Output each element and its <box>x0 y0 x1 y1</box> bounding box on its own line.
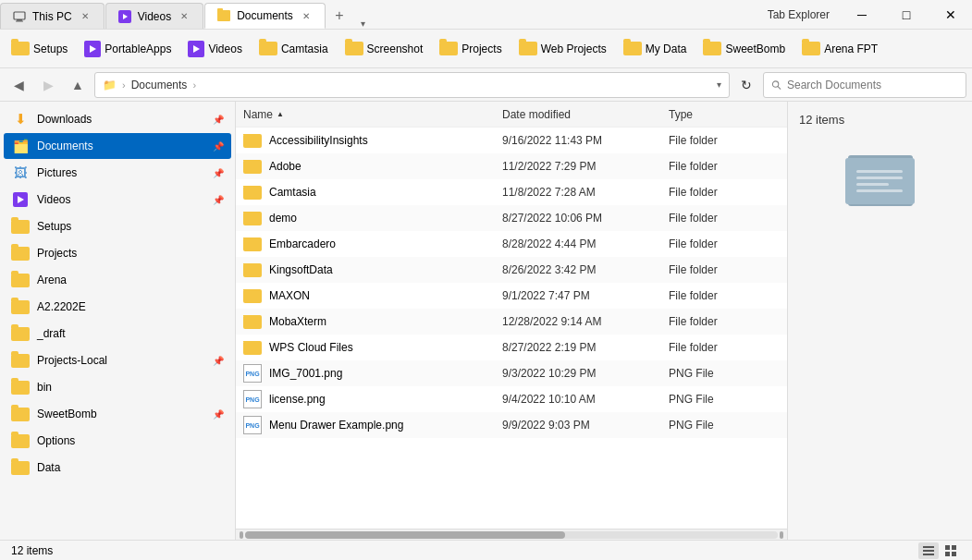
file-name: KingsoftData <box>243 263 502 277</box>
title-bar: This PC ✕ Videos ✕ Documents ✕ + ▾ Tab E… <box>0 0 972 30</box>
sidebar-draft-label: _draft <box>37 327 66 340</box>
toolbar-camtasia-label: Camtasia <box>281 43 328 55</box>
file-date: 11/2/2022 7:29 PM <box>502 160 669 173</box>
file-type: File folder <box>669 186 780 199</box>
file-name: demo <box>243 212 502 225</box>
toolbar-screenshot[interactable]: Screenshot <box>338 38 431 59</box>
sidebar-item-bin[interactable]: bin <box>4 374 231 400</box>
sidebar-item-options[interactable]: Options <box>4 428 231 454</box>
svg-rect-10 <box>923 550 934 552</box>
data-sidebar-icon <box>11 461 30 475</box>
tab-documents-label: Documents <box>237 9 293 22</box>
table-row[interactable]: Embarcadero 8/28/2022 4:44 PM File folde… <box>236 231 787 257</box>
toolbar-web-projects[interactable]: Web Projects <box>511 38 614 59</box>
scroll-left-btn[interactable] <box>240 531 243 539</box>
address-dropdown-icon[interactable]: ▾ <box>717 79 721 90</box>
col-header-date[interactable]: Date modified <box>502 108 669 121</box>
tab-dropdown-button[interactable]: ▾ <box>352 18 375 29</box>
file-name: PNG IMG_7001.png <box>243 364 502 383</box>
folder-location-icon: 📁 <box>103 79 117 91</box>
toolbar-arena-fpt[interactable]: Arena FPT <box>794 38 885 59</box>
sidebar-item-pictures[interactable]: 🖼 Pictures 📌 <box>4 160 231 186</box>
sidebar-item-videos[interactable]: Videos 📌 <box>4 187 231 213</box>
forward-button[interactable]: ▶ <box>35 72 61 98</box>
file-type: File folder <box>669 289 780 302</box>
sidebar-item-arena[interactable]: Arena <box>4 267 231 293</box>
setups-folder-icon <box>11 42 30 55</box>
table-row[interactable]: MobaXterm 12/28/2022 9:14 AM File folder <box>236 309 787 335</box>
table-row[interactable]: PNG license.png 9/4/2022 10:10 AM PNG Fi… <box>236 386 787 412</box>
toolbar-portableapps[interactable]: PortableApps <box>77 37 178 61</box>
sidebar-item-sweetbomb[interactable]: SweetBomb 📌 <box>4 401 231 427</box>
refresh-button[interactable]: ↻ <box>733 72 759 98</box>
horizontal-scrollbar[interactable] <box>245 531 778 539</box>
svg-rect-11 <box>923 554 934 555</box>
tab-this-pc-close[interactable]: ✕ <box>78 9 92 24</box>
table-row[interactable]: demo 8/27/2022 10:06 PM File folder <box>236 205 787 231</box>
file-content: Name ▲ Date modified Type AccessibilityI… <box>236 102 787 540</box>
file-type: File folder <box>669 315 780 328</box>
downloads-pin-icon: 📌 <box>213 115 224 125</box>
sidebar-item-documents[interactable]: 🗂️ Documents 📌 <box>4 133 231 159</box>
toolbar-sweetbomb[interactable]: SweetBomb <box>695 38 793 59</box>
folder-icon <box>243 237 262 251</box>
table-row[interactable]: Camtasia 11/8/2022 7:28 AM File folder <box>236 179 787 205</box>
sidebar-downloads-label: Downloads <box>37 113 92 126</box>
table-row[interactable]: WPS Cloud Files 8/27/2022 2:19 PM File f… <box>236 335 787 360</box>
videos-sidebar-icon <box>11 190 30 209</box>
sidebar-item-projects-local[interactable]: Projects-Local 📌 <box>4 347 231 373</box>
toolbar-setups[interactable]: Setups <box>4 38 75 59</box>
toolbar-camtasia[interactable]: Camtasia <box>252 38 336 59</box>
list-view-button[interactable] <box>918 542 939 559</box>
png-file-icon: PNG <box>243 390 262 408</box>
sidebar-item-data[interactable]: Data <box>4 455 231 481</box>
tab-videos-close[interactable]: ✕ <box>177 9 191 24</box>
table-row[interactable]: AccessibilityInsights 9/16/2022 11:43 PM… <box>236 128 787 153</box>
toolbar-setups-label: Setups <box>33 43 68 55</box>
sidebar-projects-local-label: Projects-Local <box>37 354 107 367</box>
file-type: File folder <box>669 212 780 225</box>
sidebar-item-downloads[interactable]: ⬇ Downloads 📌 <box>4 106 231 132</box>
svg-point-6 <box>772 80 778 86</box>
sidebar-item-setups[interactable]: Setups <box>4 213 231 239</box>
tabs-container: This PC ✕ Videos ✕ Documents ✕ + ▾ <box>0 0 757 29</box>
toolbar-my-data[interactable]: My Data <box>616 38 695 59</box>
address-input[interactable]: 📁 › Documents › ▾ <box>94 72 730 98</box>
quick-access-toolbar: Setups PortableApps Videos Camtasia Scre… <box>0 30 972 68</box>
table-row[interactable]: Adobe 11/2/2022 7:29 PM File folder <box>236 153 787 179</box>
my-data-folder-icon <box>623 42 642 55</box>
detail-view-button[interactable] <box>941 542 961 559</box>
file-date: 8/27/2022 2:19 PM <box>502 341 669 354</box>
search-box[interactable] <box>763 72 966 98</box>
close-button[interactable]: ✕ <box>929 0 972 30</box>
table-row[interactable]: PNG IMG_7001.png 9/3/2022 10:29 PM PNG F… <box>236 360 787 386</box>
toolbar-videos[interactable]: Videos <box>180 37 249 61</box>
sidebar-item-projects[interactable]: Projects <box>4 240 231 266</box>
tab-documents[interactable]: Documents ✕ <box>204 3 326 29</box>
search-input[interactable] <box>787 79 958 91</box>
col-header-type[interactable]: Type <box>669 108 780 121</box>
new-tab-button[interactable]: + <box>326 3 352 29</box>
breadcrumb: Documents <box>131 79 188 91</box>
tab-this-pc[interactable]: This PC ✕ <box>0 3 105 29</box>
sidebar-data-label: Data <box>37 461 60 474</box>
sidebar-item-a2[interactable]: A2.2202E <box>4 294 231 320</box>
up-button[interactable]: ▲ <box>65 72 91 98</box>
toolbar-projects[interactable]: Projects <box>432 38 509 59</box>
table-row[interactable]: KingsoftData 8/26/2022 3:42 PM File fold… <box>236 257 787 283</box>
maximize-button[interactable]: □ <box>885 0 928 30</box>
minimize-button[interactable]: ─ <box>841 0 883 30</box>
table-row[interactable]: PNG Menu Drawer Example.png 9/9/2022 9:0… <box>236 412 787 438</box>
file-date: 8/28/2022 4:44 PM <box>502 237 669 250</box>
tab-videos[interactable]: Videos ✕ <box>105 3 203 29</box>
folder-icon <box>243 134 262 148</box>
sidebar-item-draft[interactable]: _draft <box>4 321 231 347</box>
back-button[interactable]: ◀ <box>6 72 31 98</box>
tab-documents-close[interactable]: ✕ <box>299 8 314 23</box>
fp-line-4 <box>856 189 903 192</box>
table-row[interactable]: MAXON 9/1/2022 7:47 PM File folder <box>236 283 787 309</box>
sidebar-a2-label: A2.2202E <box>37 300 86 313</box>
scroll-right-btn[interactable] <box>780 531 783 539</box>
col-header-name[interactable]: Name ▲ <box>243 108 502 121</box>
file-type: File folder <box>669 263 780 276</box>
